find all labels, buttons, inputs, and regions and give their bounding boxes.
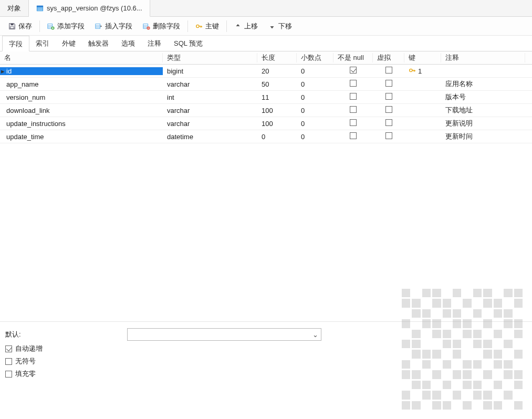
- col-not-null[interactable]: 不是 null: [333, 53, 373, 62]
- cell-name[interactable]: id: [0, 67, 163, 75]
- move-down-button[interactable]: 下移: [264, 19, 296, 33]
- svg-rect-11: [96, 24, 100, 28]
- cell-virtual[interactable]: [373, 106, 404, 114]
- col-key[interactable]: 键: [404, 53, 441, 62]
- unsigned-label: 无符号: [15, 357, 36, 366]
- cell-not-null[interactable]: [333, 67, 373, 75]
- subtab-comment[interactable]: 注释: [141, 36, 168, 51]
- cell-virtual[interactable]: [373, 80, 404, 88]
- col-name[interactable]: 名: [0, 53, 163, 62]
- table-row[interactable]: update_timedatetime00更新时间: [0, 130, 532, 143]
- cell-decimals[interactable]: 0: [297, 133, 333, 141]
- col-comment[interactable]: 注释: [441, 53, 525, 62]
- table-row[interactable]: version_numint110版本号: [0, 91, 532, 104]
- virtual-checkbox[interactable]: [385, 80, 392, 87]
- primary-key-button[interactable]: 主键: [191, 19, 223, 33]
- col-decimals[interactable]: 小数点: [297, 53, 333, 62]
- tab-table[interactable]: sys_app_version @fzys (10.6...: [29, 0, 150, 17]
- virtual-checkbox[interactable]: [385, 119, 392, 126]
- cell-name[interactable]: version_num: [0, 93, 163, 101]
- table-row[interactable]: idbigint2001: [0, 65, 532, 78]
- grid-body: ▸idbigint2001app_namevarchar500应用名称versi…: [0, 65, 532, 143]
- auto-increment-label: 自动递增: [15, 344, 43, 353]
- cell-decimals[interactable]: 0: [297, 80, 333, 88]
- document-tabs: 对象 sys_app_version @fzys (10.6...: [0, 0, 532, 17]
- arrow-up-icon: [234, 23, 242, 30]
- table-row[interactable]: update_instructionsvarchar1000更新说明: [0, 117, 532, 130]
- cell-decimals[interactable]: 0: [297, 93, 333, 101]
- virtual-checkbox[interactable]: [385, 93, 392, 100]
- cell-not-null[interactable]: [333, 132, 373, 141]
- cell-not-null[interactable]: [333, 106, 373, 114]
- cell-type[interactable]: varchar: [163, 107, 257, 114]
- default-combo[interactable]: ⌄: [127, 328, 321, 341]
- cell-virtual[interactable]: [373, 67, 404, 75]
- save-button[interactable]: 保存: [4, 19, 36, 33]
- cell-type[interactable]: datetime: [163, 133, 257, 141]
- cell-name[interactable]: update_instructions: [0, 120, 163, 128]
- cell-virtual[interactable]: [373, 119, 404, 128]
- subtab-options[interactable]: 选项: [115, 36, 141, 51]
- cell-not-null[interactable]: [333, 119, 373, 128]
- cell-comment[interactable]: 下载地址: [441, 106, 525, 115]
- key-icon: [195, 23, 203, 30]
- not-null-checkbox[interactable]: [350, 93, 357, 100]
- cell-virtual[interactable]: [373, 93, 404, 101]
- cell-comment[interactable]: 版本号: [441, 92, 525, 102]
- cell-length[interactable]: 50: [257, 80, 297, 88]
- cell-comment[interactable]: 更新时间: [441, 132, 525, 141]
- cell-not-null[interactable]: [333, 93, 373, 101]
- cell-decimals[interactable]: 0: [297, 107, 333, 114]
- cell-type[interactable]: varchar: [163, 120, 257, 128]
- cell-type[interactable]: bigint: [163, 67, 257, 75]
- col-type[interactable]: 类型: [163, 53, 257, 62]
- not-null-checkbox[interactable]: [350, 106, 357, 113]
- cell-type[interactable]: varchar: [163, 80, 257, 88]
- auto-increment-checkbox[interactable]: [5, 345, 12, 352]
- cell-length[interactable]: 100: [257, 120, 297, 128]
- virtual-checkbox[interactable]: [385, 106, 392, 113]
- tab-object[interactable]: 对象: [0, 0, 29, 16]
- col-length[interactable]: 长度: [257, 53, 297, 62]
- unsigned-checkbox[interactable]: [5, 358, 12, 365]
- cell-name[interactable]: update_time: [0, 133, 163, 141]
- cell-not-null[interactable]: [333, 80, 373, 88]
- move-up-button[interactable]: 上移: [230, 19, 262, 33]
- not-null-checkbox[interactable]: [350, 132, 357, 139]
- cell-decimals[interactable]: 0: [297, 120, 333, 128]
- not-null-checkbox[interactable]: [350, 80, 357, 87]
- virtual-checkbox[interactable]: [385, 132, 392, 139]
- delete-field-button[interactable]: 删除字段: [139, 19, 184, 33]
- cell-name[interactable]: download_link: [0, 107, 163, 114]
- cell-type[interactable]: int: [163, 93, 257, 101]
- subtab-triggers[interactable]: 触发器: [82, 36, 115, 51]
- not-null-checkbox[interactable]: [350, 67, 357, 74]
- table-row[interactable]: download_linkvarchar1000下载地址: [0, 104, 532, 117]
- table-row[interactable]: app_namevarchar500应用名称: [0, 78, 532, 91]
- not-null-checkbox[interactable]: [350, 119, 357, 126]
- cell-decimals[interactable]: 0: [297, 67, 333, 75]
- subtab-indexes[interactable]: 索引: [29, 36, 56, 51]
- insert-field-icon: [95, 23, 102, 30]
- subtab-sql-preview[interactable]: SQL 预览: [168, 36, 209, 51]
- add-field-icon: [47, 23, 55, 30]
- cell-comment[interactable]: 应用名称: [441, 79, 525, 89]
- cell-name[interactable]: app_name: [0, 80, 163, 88]
- arrow-down-icon: [268, 23, 276, 30]
- cell-length[interactable]: 100: [257, 107, 297, 114]
- subtab-fields[interactable]: 字段: [2, 36, 29, 51]
- qr-watermark: [402, 289, 523, 410]
- cell-length[interactable]: 0: [257, 133, 297, 141]
- add-field-button[interactable]: 添加字段: [43, 19, 89, 33]
- virtual-checkbox[interactable]: [385, 67, 392, 74]
- cell-length[interactable]: 11: [257, 93, 297, 101]
- insert-field-button[interactable]: 插入字段: [91, 19, 137, 33]
- svg-rect-2: [37, 7, 43, 8]
- zerofill-checkbox[interactable]: [5, 371, 12, 378]
- col-virtual[interactable]: 虚拟: [373, 53, 404, 62]
- cell-virtual[interactable]: [373, 132, 404, 141]
- cell-key[interactable]: 1: [404, 67, 441, 76]
- cell-length[interactable]: 20: [257, 67, 297, 75]
- subtab-fk[interactable]: 外键: [56, 36, 82, 51]
- cell-comment[interactable]: 更新说明: [441, 119, 525, 128]
